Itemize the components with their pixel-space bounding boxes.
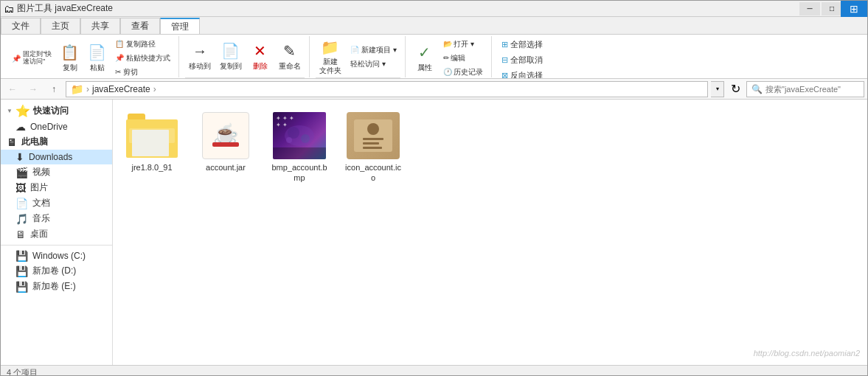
- drive-d-icon: 💾: [15, 265, 28, 277]
- sidebar-item-videos[interactable]: 🎬 视频: [1, 164, 112, 180]
- tab-bar: 文件 主页 共享 查看 管理: [1, 17, 867, 35]
- ribbon-btn-rename[interactable]: ✎ 重命名: [275, 38, 305, 76]
- status-text: 4 个项目: [7, 367, 38, 376]
- ribbon-btn-pinquick[interactable]: 📌 固定到"快速访问": [8, 49, 55, 67]
- ribbon-btn-easyaccess[interactable]: 轻松访问 ▾: [347, 58, 400, 71]
- pictures-icon: 🖼: [15, 182, 26, 194]
- tab-share[interactable]: 共享: [80, 18, 120, 34]
- file-item-jre[interactable]: jre1.8.0_91: [119, 105, 185, 187]
- ribbon-btn-invertselect[interactable]: ⊠ 反向选择: [498, 69, 546, 79]
- file-item-jar[interactable]: ☕ account.jar: [192, 105, 259, 187]
- ribbon-group-open: ✓ 属性 📂 打开 ▾ ✏ 编辑 🕐 历史记录 打开: [407, 36, 493, 77]
- forward-button[interactable]: →: [24, 81, 42, 97]
- tab-manage[interactable]: 管理: [160, 18, 200, 34]
- sidebar-item-music[interactable]: 🎵 音乐: [1, 211, 112, 226]
- ribbon-btn-properties[interactable]: ✓ 属性: [412, 39, 438, 77]
- sidebar-quickaccess-header[interactable]: ▼ ⭐ 快速访问: [1, 102, 112, 119]
- jar-icon-wrapper: ☕: [196, 109, 255, 162]
- ico-line2: [363, 142, 379, 145]
- status-bar: 4 个项目: [1, 365, 867, 376]
- file-item-ico[interactable]: icon_account.ico: [340, 105, 406, 187]
- videos-icon: 🎬: [15, 167, 28, 178]
- drive-e-icon: 💾: [15, 281, 28, 293]
- sidebar-item-drivee[interactable]: 💾 新加卷 (E:): [1, 279, 112, 294]
- corner-icon: ⊞: [841, 1, 867, 17]
- tab-file[interactable]: 文件: [1, 18, 41, 34]
- bmp-icon: ✦ ✦ ✦ ✦ ✦: [273, 112, 326, 159]
- refresh-button[interactable]: ↻: [727, 81, 743, 97]
- folder-icon-jre: [126, 114, 178, 158]
- minimize-button[interactable]: ─: [799, 2, 820, 15]
- ribbon: 📌 固定到"快速访问" 📋 复制 📄 粘贴 📋 复制路径 📌: [1, 35, 867, 79]
- ribbon-btn-newitem[interactable]: 📄 新建项目 ▾: [347, 43, 400, 57]
- ribbon-btn-newfolder[interactable]: 📁 新建文件夹: [316, 38, 345, 76]
- sidebar-section-quickaccess: ▼ ⭐ 快速访问 ☁ OneDrive 🖥 此电脑 ⬇ Downloads: [1, 102, 112, 242]
- search-input[interactable]: [765, 85, 859, 94]
- tab-view[interactable]: 查看: [120, 18, 160, 34]
- desktop-icon: 🖥: [15, 229, 26, 240]
- file-name-ico: icon_account.ico: [344, 162, 403, 184]
- search-icon: 🔍: [751, 84, 763, 94]
- ribbon-btn-delete[interactable]: ✕ 删除: [247, 38, 274, 76]
- ico-icon-wrapper: [344, 109, 403, 162]
- documents-icon: 📄: [15, 198, 28, 209]
- main-content: ▼ ⭐ 快速访问 ☁ OneDrive 🖥 此电脑 ⬇ Downloads: [1, 100, 867, 365]
- ico-line3: [363, 147, 382, 149]
- sidebar: ▼ ⭐ 快速访问 ☁ OneDrive 🖥 此电脑 ⬇ Downloads: [1, 100, 113, 365]
- ribbon-btn-moveto[interactable]: → 移动到: [185, 38, 215, 76]
- ribbon-btn-pasteshortcut[interactable]: 📌 粘贴快捷方式: [111, 52, 174, 65]
- file-name-bmp: bmp_account.bmp: [270, 162, 329, 184]
- sidebar-quickaccess-label: 快速访问: [33, 105, 69, 117]
- ribbon-group-clipboard: 📌 固定到"快速访问" 📋 复制 📄 粘贴 📋 复制路径 📌: [4, 36, 179, 77]
- address-bar: ← → ↑ 📁 › javaExeCreate › ▾ ↻ 🔍: [1, 79, 867, 100]
- drive-c-icon: 💾: [15, 250, 28, 262]
- path-chevron: ›: [153, 84, 156, 94]
- quickaccess-chevron: ▼: [7, 108, 13, 114]
- sidebar-item-drived[interactable]: 💾 新加卷 (D:): [1, 263, 112, 279]
- sidebar-item-thispc[interactable]: 🖥 此电脑: [1, 134, 112, 150]
- sidebar-item-desktop[interactable]: 🖥 桌面: [1, 226, 112, 242]
- address-path[interactable]: 📁 › javaExeCreate ›: [66, 81, 708, 97]
- thispc-icon: 🖥: [7, 136, 17, 148]
- tab-home[interactable]: 主页: [41, 18, 80, 34]
- sidebar-item-windowsc[interactable]: 💾 Windows (C:): [1, 248, 112, 263]
- watermark: http://blog.csdn.net/paomian2: [754, 349, 860, 358]
- file-name-jre: jre1.8.0_91: [131, 162, 172, 173]
- file-area: jre1.8.0_91 ☕ account.jar: [113, 100, 867, 365]
- ribbon-btn-paste[interactable]: 📄 粘贴: [84, 39, 110, 77]
- path-arrow: ›: [86, 84, 89, 94]
- ribbon-btn-cut[interactable]: ✂ 剪切: [111, 66, 174, 79]
- title-bar-left: 🗂 图片工具 javaExeCreate: [4, 2, 113, 15]
- ribbon-group-organize: → 移动到 📄 复制到 ✕ 删除 ✎ 重命名: [181, 36, 310, 77]
- ribbon-btn-history[interactable]: 🕐 历史记录: [440, 66, 487, 79]
- maximize-button[interactable]: □: [822, 2, 842, 15]
- ribbon-btn-copy[interactable]: 📋 复制: [57, 39, 83, 77]
- ribbon-btn-open[interactable]: 📂 打开 ▾: [440, 38, 487, 51]
- file-name-jar: account.jar: [206, 162, 246, 173]
- up-button[interactable]: ↑: [45, 81, 63, 97]
- ribbon-group-select: ⊞ 全部选择 ⊟ 全部取消 ⊠ 反向选择 选择: [493, 36, 551, 77]
- ico-lines: [363, 138, 383, 149]
- ico-card: [354, 119, 392, 152]
- search-box[interactable]: 🔍: [746, 81, 864, 97]
- back-button[interactable]: ←: [4, 81, 21, 97]
- title-bar: 🗂 图片工具 javaExeCreate ─ □ ✕: [1, 1, 867, 17]
- music-icon: 🎵: [15, 213, 28, 225]
- file-item-bmp[interactable]: ✦ ✦ ✦ ✦ ✦ bmp_account.bmp: [266, 105, 333, 187]
- ico-avatar: [367, 123, 379, 135]
- sidebar-item-downloads[interactable]: ⬇ Downloads: [1, 150, 112, 164]
- ribbon-btn-copyto[interactable]: 📄 复制到: [216, 38, 246, 76]
- path-segment: javaExeCreate: [92, 84, 150, 94]
- sidebar-item-documents[interactable]: 📄 文档: [1, 195, 112, 211]
- onedrive-icon: ☁: [15, 121, 26, 133]
- ribbon-btn-selectnone[interactable]: ⊟ 全部取消: [498, 53, 546, 67]
- ribbon-btn-selectall[interactable]: ⊞ 全部选择: [498, 38, 546, 52]
- sidebar-item-pictures[interactable]: 🖼 图片: [1, 180, 112, 195]
- svg-point-3: [286, 137, 292, 143]
- svg-point-1: [288, 127, 299, 139]
- address-dropdown[interactable]: ▾: [711, 81, 724, 97]
- sidebar-item-onedrive[interactable]: ☁ OneDrive: [1, 119, 112, 134]
- ribbon-btn-edit[interactable]: ✏ 编辑: [440, 52, 487, 65]
- ribbon-btn-copypath[interactable]: 📋 复制路径: [111, 38, 174, 51]
- ribbon-group-new: 📁 新建文件夹 📄 新建项目 ▾ 轻松访问 ▾ 新建: [311, 36, 406, 77]
